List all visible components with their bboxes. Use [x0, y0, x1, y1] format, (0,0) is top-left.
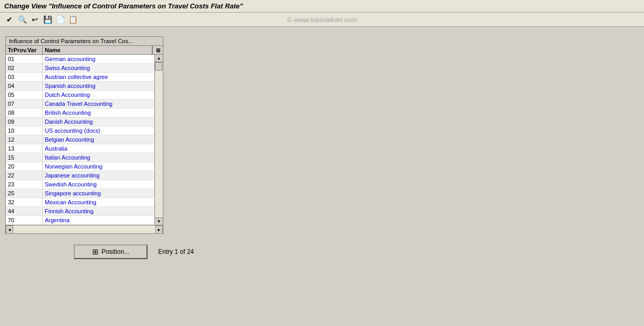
table-row[interactable]: 01 German accounting — [6, 55, 154, 64]
cell-name: Mexican Accounting — [43, 198, 154, 206]
table-row[interactable]: 25 Singapore accounting — [6, 189, 154, 198]
cell-name: Japanese accounting — [43, 171, 154, 180]
table-body-area: 01 German accounting 02 Swiss Accounting… — [6, 55, 163, 225]
scroll-right-button[interactable]: ► — [155, 225, 163, 234]
cell-id: 04 — [6, 82, 43, 90]
cell-id: 32 — [6, 198, 43, 206]
horizontal-scrollbar[interactable]: ◄ ► — [6, 225, 163, 233]
entry-info: Entry 1 of 24 — [158, 248, 194, 255]
scroll-thumb[interactable] — [155, 62, 162, 71]
table-header: TrProv.Var Name ⊞ — [6, 46, 163, 55]
scroll-left-button[interactable]: ◄ — [6, 225, 13, 234]
cell-id: 10 — [6, 126, 43, 135]
cell-id: 03 — [6, 73, 43, 81]
scroll-track[interactable] — [155, 62, 163, 218]
table-row[interactable]: 22 Japanese accounting — [6, 171, 154, 180]
cell-name: Spanish accounting — [43, 82, 154, 90]
cell-id: 01 — [6, 55, 43, 63]
cell-name: Argentina — [43, 216, 154, 224]
table-row[interactable]: 23 Swedish Accounting — [6, 180, 154, 189]
table-row[interactable]: 09 Danish Accounting — [6, 117, 154, 126]
cell-name: British Accounting — [43, 108, 154, 117]
cell-name: Swedish Accounting — [43, 180, 154, 189]
cell-id: 13 — [6, 144, 43, 153]
cell-name: Norwegian Accounting — [43, 162, 154, 171]
position-icon: ⊞ — [92, 248, 99, 256]
col-header-trprov: TrProv.Var — [6, 46, 43, 54]
position-button[interactable]: ⊞ Position... — [74, 244, 148, 259]
undo-icon[interactable]: ↩ — [30, 14, 40, 25]
table-row[interactable]: 12 Belgian Accounting — [6, 135, 154, 144]
cell-name: German accounting — [43, 55, 154, 63]
document-icon[interactable]: 📄 — [55, 14, 65, 25]
table-row[interactable]: 03 Austrian collective agree — [6, 73, 154, 82]
cell-name: Swiss Accounting — [43, 64, 154, 72]
cell-name: Finnish Accounting — [43, 207, 154, 215]
cell-id: 25 — [6, 189, 43, 197]
cell-name: Italian Accounting — [43, 153, 154, 162]
col-header-name: Name — [43, 46, 152, 54]
main-content: Influence of Control Parameters on Trave… — [0, 27, 644, 264]
search-icon[interactable]: 🔍 — [17, 14, 27, 25]
window-title: Change View "Influence of Control Parame… — [0, 0, 644, 13]
table-scroll-container: 01 German accounting 02 Swiss Accounting… — [6, 55, 154, 225]
table-row[interactable]: 13 Australia — [6, 144, 154, 153]
cell-name: US accounting (docs) — [43, 126, 154, 135]
bottom-area: ⊞ Position... Entry 1 of 24 — [5, 244, 194, 259]
table-row[interactable]: 20 Norwegian Accounting — [6, 162, 154, 171]
scroll-down-button[interactable]: ▼ — [155, 218, 163, 225]
vertical-scrollbar[interactable]: ▲ ▼ — [154, 55, 163, 225]
cell-name: Canada Travel Accounting — [43, 100, 154, 108]
cell-id: 22 — [6, 171, 43, 180]
watermark: © www.tutorialkart.com — [287, 16, 357, 24]
table-row[interactable]: 07 Canada Travel Accounting — [6, 100, 154, 108]
table-row[interactable]: 44 Finnish Accounting — [6, 207, 154, 216]
cell-id: 44 — [6, 207, 43, 215]
cell-id: 02 — [6, 64, 43, 72]
cell-name: Belgian Accounting — [43, 135, 154, 144]
cell-id: 23 — [6, 180, 43, 189]
table-row[interactable]: 08 British Accounting — [6, 108, 154, 117]
save-icon[interactable]: 💾 — [42, 14, 53, 25]
cell-id: 12 — [6, 135, 43, 144]
cell-name: Singapore accounting — [43, 189, 154, 197]
cell-name: Australia — [43, 144, 154, 153]
table-row[interactable]: 15 Italian Accounting — [6, 153, 154, 162]
table-rows: 01 German accounting 02 Swiss Accounting… — [6, 55, 154, 225]
scroll-up-button[interactable]: ▲ — [155, 55, 163, 62]
cell-id: 15 — [6, 153, 43, 162]
cell-id: 09 — [6, 117, 43, 126]
cell-id: 07 — [6, 100, 43, 108]
table-row[interactable]: 32 Mexican Accounting — [6, 198, 154, 207]
cell-id: 08 — [6, 108, 43, 117]
cell-id: 05 — [6, 91, 43, 99]
cell-name: Danish Accounting — [43, 117, 154, 126]
table-row[interactable]: 05 Dutch Accounting — [6, 91, 154, 100]
cell-id: 20 — [6, 162, 43, 171]
table-row[interactable]: 10 US accounting (docs) — [6, 126, 154, 135]
cell-name: Dutch Accounting — [43, 91, 154, 99]
table-title: Influence of Control Parameters on Trave… — [6, 37, 163, 46]
table-row[interactable]: 70 Argentina — [6, 216, 154, 225]
column-select-icon[interactable]: ⊞ — [152, 46, 163, 54]
cell-id: 70 — [6, 216, 43, 224]
table-panel: Influence of Control Parameters on Trave… — [5, 34, 163, 234]
cell-name: Austrian collective agree — [43, 73, 154, 81]
table-row[interactable]: 04 Spanish accounting — [6, 82, 154, 91]
checkmark-icon[interactable]: ✔ — [4, 14, 15, 25]
toolbar: ✔ 🔍 ↩ 💾 📄 📋 © www.tutorialkart.com — [0, 13, 644, 27]
copy-icon[interactable]: 📋 — [67, 14, 78, 25]
data-table: Influence of Control Parameters on Trave… — [5, 36, 163, 234]
horiz-scroll-track[interactable] — [13, 225, 155, 233]
table-row[interactable]: 02 Swiss Accounting — [6, 64, 154, 73]
